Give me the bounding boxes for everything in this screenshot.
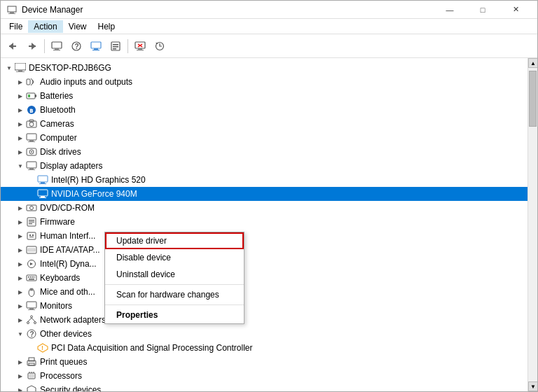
tree-item-pci[interactable]: ▶ ! PCI Data Acquisition and Signal Proc…: [1, 341, 527, 355]
root-label: DESKTOP-RDJB6GG: [29, 63, 111, 73]
scroll-up-button[interactable]: ▲: [528, 58, 537, 68]
firmware-expander[interactable]: ▶: [15, 216, 26, 227]
context-menu-uninstall-device[interactable]: Uninstall device: [105, 266, 244, 283]
context-menu-update-driver[interactable]: Update driver: [105, 232, 244, 249]
tree-item-bluetooth[interactable]: ▶ ʙ Bluetooth: [1, 103, 527, 117]
batteries-label: Batteries: [40, 91, 73, 101]
other-expander[interactable]: ▼: [15, 328, 26, 340]
tree-item-print[interactable]: ▶ Print queues: [1, 355, 527, 369]
keyboards-expander[interactable]: ▶: [15, 272, 26, 284]
processors-expander[interactable]: ▶: [15, 370, 26, 382]
firmware-label: Firmware: [40, 217, 75, 227]
mice-icon: [26, 286, 37, 298]
svg-rect-46: [28, 169, 35, 170]
tree-panel[interactable]: ▼ DESKTOP-RDJB6GG ▶: [1, 58, 527, 391]
context-menu-disable-device[interactable]: Disable device: [105, 249, 244, 266]
monitors-expander[interactable]: ▶: [15, 300, 26, 312]
svg-point-78: [31, 316, 33, 318]
scroll-down-button[interactable]: ▼: [528, 382, 537, 391]
svg-rect-29: [27, 79, 30, 85]
minimize-button[interactable]: —: [434, 1, 466, 19]
tree-item-processors[interactable]: ▶ Processors: [1, 369, 527, 383]
tree-item-intel-dyn[interactable]: ▶ Intel(R) Dyna...: [1, 257, 527, 271]
pci-icon: !: [37, 342, 48, 354]
context-menu-properties[interactable]: Properties: [105, 307, 244, 323]
device-manager-button[interactable]: [87, 37, 105, 55]
tree-item-display[interactable]: ▼ Display adapters: [1, 159, 527, 173]
scan-button[interactable]: [151, 37, 169, 55]
svg-rect-12: [91, 42, 101, 48]
dvd-expander[interactable]: ▶: [15, 202, 26, 214]
svg-rect-40: [28, 141, 35, 142]
scrollbar[interactable]: ▲ ▼: [527, 58, 537, 391]
svg-rect-70: [34, 276, 35, 278]
audio-expander[interactable]: ▶: [15, 76, 26, 88]
batteries-expander[interactable]: ▶: [15, 90, 26, 102]
tree-item-firmware[interactable]: ▶ Firmware: [1, 215, 527, 229]
computer-button[interactable]: [48, 37, 66, 55]
batteries-icon: [26, 90, 37, 102]
display-expander[interactable]: ▼: [15, 160, 26, 172]
tree-item-disk[interactable]: ▶ Disk drives: [1, 145, 527, 159]
tree-item-mice[interactable]: ▶ Mice and oth...: [1, 285, 527, 299]
scroll-track[interactable]: [528, 68, 537, 382]
tree-item-nvidia[interactable]: ▶ NVIDIA GeForce 940M: [1, 187, 527, 201]
tree-item-ide[interactable]: ▶ IDE ATA/ATAP...: [1, 243, 527, 257]
print-expander[interactable]: ▶: [15, 356, 26, 368]
other-label: Other devices: [40, 329, 92, 339]
forward-button[interactable]: [23, 37, 41, 55]
human-expander[interactable]: ▶: [15, 230, 26, 241]
tree-item-cameras[interactable]: ▶ Cameras: [1, 117, 527, 131]
svg-rect-89: [29, 363, 34, 365]
svg-rect-6: [29, 46, 36, 47]
mice-expander[interactable]: ▶: [15, 286, 26, 298]
ide-expander[interactable]: ▶: [15, 244, 26, 255]
root-expander[interactable]: ▼: [4, 62, 15, 74]
menu-action[interactable]: Action: [28, 20, 62, 33]
tree-root[interactable]: ▼ DESKTOP-RDJB6GG: [1, 61, 527, 75]
computer-expander[interactable]: ▶: [15, 132, 26, 144]
svg-rect-68: [30, 276, 32, 278]
computer-tree-icon: [26, 132, 37, 144]
properties-button[interactable]: [106, 37, 125, 55]
svg-rect-21: [137, 50, 144, 50]
cameras-expander[interactable]: ▶: [15, 118, 26, 130]
close-button[interactable]: ✕: [499, 1, 532, 19]
svg-rect-18: [113, 48, 116, 50]
tree-item-dvd[interactable]: ▶ DVD/CD-ROM: [1, 201, 527, 215]
device-manager-window: Device Manager — □ ✕ File Action View He…: [0, 0, 538, 392]
menu-file[interactable]: File: [4, 20, 28, 33]
network-expander[interactable]: ▶: [15, 314, 26, 326]
tree-item-security[interactable]: ▶ Security devices: [1, 383, 527, 391]
back-button[interactable]: [4, 37, 22, 55]
tree-item-monitors[interactable]: ▶ Monitors: [1, 299, 527, 313]
menu-view[interactable]: View: [63, 20, 92, 33]
scroll-thumb[interactable]: [529, 71, 537, 127]
maximize-button[interactable]: □: [467, 1, 499, 19]
tree-item-human[interactable]: ▶ Human Interf...: [1, 229, 527, 243]
tree-item-intel-hd[interactable]: ▶ Intel(R) HD Graphics 520: [1, 173, 527, 187]
disk-expander[interactable]: ▶: [15, 146, 26, 158]
context-menu-scan[interactable]: Scan for hardware changes: [105, 286, 244, 303]
svg-line-81: [28, 318, 32, 322]
dvd-label: DVD/CD-ROM: [40, 203, 95, 213]
help-button[interactable]: ?: [67, 37, 85, 55]
intel-hd-icon: [37, 174, 48, 186]
svg-rect-20: [138, 48, 142, 50]
main-content: ▼ DESKTOP-RDJB6GG ▶: [1, 58, 537, 391]
tree-item-network[interactable]: ▶ Network adapters: [1, 313, 527, 327]
svg-rect-75: [27, 302, 36, 308]
bluetooth-expander[interactable]: ▶: [15, 104, 26, 115]
tree-item-other[interactable]: ▼ ? Other devices: [1, 327, 527, 341]
menu-help[interactable]: Help: [92, 20, 121, 33]
tree-item-keyboards[interactable]: ▶ Keyboards: [1, 271, 527, 285]
svg-rect-39: [29, 140, 34, 141]
tree-item-computer[interactable]: ▶ Computer: [1, 131, 527, 145]
remove-button[interactable]: [131, 37, 149, 55]
svg-rect-1: [10, 12, 14, 13]
tree-item-audio[interactable]: ▶ Audio inputs and outputs: [1, 75, 527, 89]
tree-item-batteries[interactable]: ▶ Batteries: [1, 89, 527, 103]
computer-icon: [15, 62, 26, 74]
security-expander[interactable]: ▶: [15, 384, 26, 391]
intel-dyn-expander[interactable]: ▶: [15, 258, 26, 270]
